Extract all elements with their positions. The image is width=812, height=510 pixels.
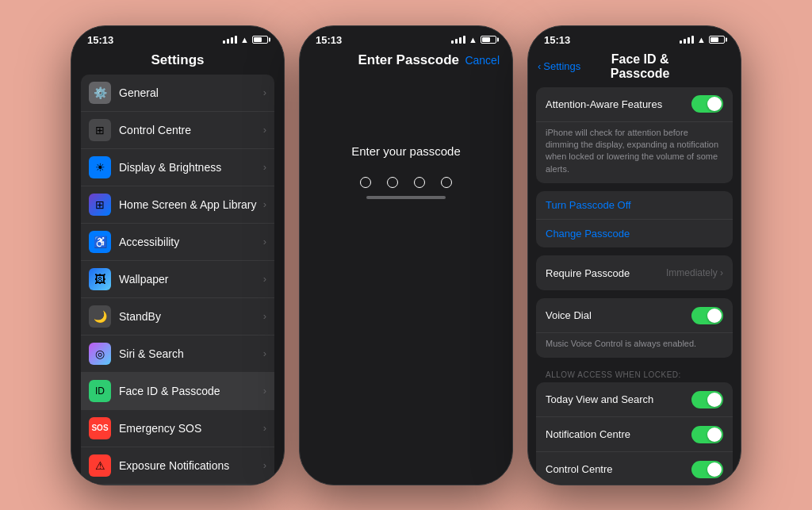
voice-dial-label: Voice Dial	[546, 309, 691, 321]
general-label: General	[119, 86, 263, 99]
attention-aware-label: Attention-Aware Features	[546, 98, 691, 110]
control-centre-locked-toggle[interactable]	[691, 461, 723, 478]
today-view-toggle[interactable]	[691, 391, 723, 408]
faceid-nav-header: ‹ Settings Face ID & Passcode	[528, 49, 741, 87]
settings-item-general[interactable]: ⚙️ General ›	[81, 75, 274, 112]
settings-item-siri[interactable]: ◎ Siri & Search ›	[81, 336, 274, 373]
back-button[interactable]: ‹ Settings	[538, 60, 580, 72]
settings-item-home-screen[interactable]: ⊞ Home Screen & App Library ›	[81, 186, 274, 224]
passcode-dots	[360, 177, 452, 188]
locked-section-header: ALLOW ACCESS WHEN LOCKED:	[536, 366, 733, 382]
battery-icon-3	[709, 36, 725, 44]
faceid-group-voice: Voice Dial Music Voice Control is always…	[536, 298, 733, 358]
passcode-dot-1	[360, 177, 371, 188]
passcode-prompt: Enter your passcode	[351, 144, 461, 158]
wallpaper-label: Wallpaper	[119, 273, 263, 286]
phone-settings: 15:13 ▲ Settings ⚙️ General ›	[71, 25, 285, 485]
accessibility-label: Accessibility	[119, 236, 263, 248]
settings-item-faceid[interactable]: ID Face ID & Passcode ›	[81, 373, 274, 410]
attention-aware-desc: iPhone will check for attention before d…	[536, 122, 733, 184]
attention-aware-row: Attention-Aware Features	[536, 87, 733, 122]
require-passcode-label: Require Passcode	[546, 267, 666, 279]
change-passcode-link[interactable]: Change Passcode	[536, 220, 733, 247]
general-chevron: ›	[263, 86, 266, 98]
exposure-label: Exposure Notifications	[119, 459, 263, 472]
phone-passcode: 15:13 ▲ Enter Passcode Cancel Enter your…	[299, 25, 513, 485]
emergency-icon: SOS	[89, 417, 111, 439]
today-view-label: Today View and Search	[546, 393, 691, 405]
battery-icon-2	[481, 36, 496, 44]
faceid-icon: ID	[89, 380, 111, 402]
settings-item-display[interactable]: ☀ Display & Brightness ›	[81, 149, 274, 186]
status-bar-2: 15:13 ▲	[300, 26, 512, 49]
signal-icon-3	[680, 36, 694, 44]
wallpaper-chevron: ›	[263, 273, 266, 285]
exposure-icon: ⚠	[89, 454, 111, 477]
control-centre-icon: ⊞	[89, 119, 111, 141]
voice-dial-toggle[interactable]	[691, 307, 723, 324]
settings-item-battery[interactable]: 🔋 Battery ›	[81, 485, 274, 485]
general-icon: ⚙️	[89, 82, 111, 104]
standby-chevron: ›	[263, 310, 266, 322]
control-centre-chevron: ›	[263, 124, 266, 136]
time-3: 15:13	[544, 34, 570, 46]
turn-passcode-off-link[interactable]: Turn Passcode Off	[536, 191, 733, 220]
settings-item-standby[interactable]: 🌙 StandBy ›	[81, 298, 274, 336]
status-bar-3: 15:13 ▲	[528, 26, 741, 49]
voice-dial-row: Voice Dial	[536, 298, 733, 333]
phone-faceid: 15:13 ▲ ‹ Settings Face ID & Passcode At…	[527, 25, 741, 485]
settings-group-1: ⚙️ General › ⊞ Control Centre › ☀ Displa…	[81, 75, 274, 485]
wifi-icon: ▲	[240, 35, 249, 44]
faceid-label: Face ID & Passcode	[119, 385, 263, 397]
settings-screen[interactable]: Settings ⚙️ General › ⊞ Control Centre ›…	[71, 49, 284, 485]
voice-dial-desc: Music Voice Control is always enabled.	[536, 333, 733, 358]
attention-aware-toggle[interactable]	[691, 95, 723, 113]
time-1: 15:13	[87, 34, 113, 46]
wallpaper-icon: 🖼	[89, 268, 111, 290]
faceid-group-require: Require Passcode Immediately ›	[536, 255, 733, 290]
settings-item-accessibility[interactable]: ♿ Accessibility ›	[81, 224, 274, 261]
time-2: 15:13	[316, 34, 342, 46]
home-screen-chevron: ›	[263, 198, 266, 210]
status-bar-1: 15:13 ▲	[71, 26, 284, 49]
faceid-screen[interactable]: ‹ Settings Face ID & Passcode Attention-…	[528, 49, 741, 485]
signal-icon	[223, 36, 237, 44]
accessibility-icon: ♿	[89, 231, 111, 253]
home-screen-icon: ⊞	[89, 194, 111, 216]
faceid-group-attention: Attention-Aware Features iPhone will che…	[536, 87, 733, 184]
faceid-content: Attention-Aware Features iPhone will che…	[528, 87, 741, 485]
standby-label: StandBy	[119, 310, 263, 323]
control-centre-locked-row: Control Centre	[536, 452, 733, 485]
notification-centre-label: Notification Centre	[546, 428, 691, 440]
faceid-group-locked: Today View and Search Notification Centr…	[536, 382, 733, 485]
passcode-header: Enter Passcode Cancel	[300, 49, 512, 81]
emergency-label: Emergency SOS	[119, 422, 263, 435]
siri-label: Siri & Search	[119, 347, 263, 360]
status-icons-1: ▲	[223, 35, 268, 44]
status-icons-3: ▲	[680, 35, 725, 44]
faceid-page-title: Face ID & Passcode	[580, 52, 699, 81]
notification-centre-row: Notification Centre	[536, 417, 733, 452]
passcode-cancel-button[interactable]: Cancel	[465, 54, 500, 67]
siri-icon: ◎	[89, 343, 111, 365]
settings-item-emergency[interactable]: SOS Emergency SOS ›	[81, 410, 274, 447]
home-indicator-2	[366, 196, 446, 199]
passcode-screen: Enter Passcode Cancel Enter your passcod…	[300, 49, 512, 209]
settings-item-exposure[interactable]: ⚠ Exposure Notifications ›	[81, 447, 274, 485]
passcode-title: Enter Passcode	[352, 52, 465, 68]
settings-item-control-centre[interactable]: ⊞ Control Centre ›	[81, 112, 274, 149]
signal-icon-2	[451, 36, 465, 44]
control-centre-locked-label: Control Centre	[546, 463, 691, 475]
passcode-dot-3	[414, 177, 425, 188]
display-icon: ☀	[89, 156, 111, 178]
faceid-group-passcode: Turn Passcode Off Change Passcode	[536, 191, 733, 247]
notification-centre-toggle[interactable]	[691, 426, 723, 443]
display-chevron: ›	[263, 161, 266, 173]
wifi-icon-3: ▲	[697, 35, 706, 44]
accessibility-chevron: ›	[263, 236, 266, 247]
passcode-dot-2	[387, 177, 398, 188]
display-label: Display & Brightness	[119, 161, 263, 174]
require-passcode-row[interactable]: Require Passcode Immediately ›	[536, 255, 733, 290]
standby-icon: 🌙	[89, 305, 111, 328]
settings-item-wallpaper[interactable]: 🖼 Wallpaper ›	[81, 261, 274, 298]
